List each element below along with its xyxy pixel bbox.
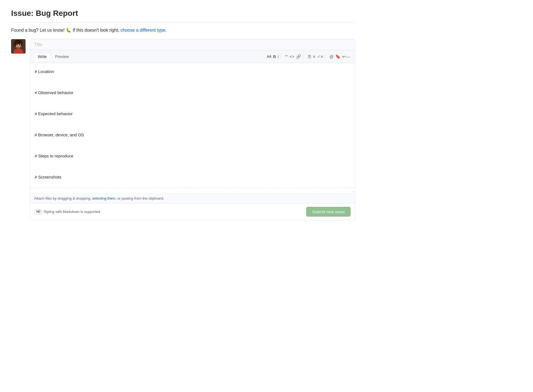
ordered-list-icon[interactable]: ≡ [313,54,315,59]
subtitle-text: Found a bug? Let us know! 🐛 If this does… [11,28,120,32]
toolbar-icons: AA B i ““ <> 🔗 ☰ ≡ ✓≡ @ 🔖 ↩— [265,54,352,59]
unordered-list-icon[interactable]: ☰ [308,54,311,59]
editor-tabs-bar: Write Preview AA B i ““ <> 🔗 ☰ ≡ ✓≡ [30,50,355,63]
content-line-11: # Screenshots [35,173,351,181]
tab-write[interactable]: Write [34,52,51,61]
subtitle: Found a bug? Let us know! 🐛 If this does… [11,27,355,34]
quote-icon[interactable]: ““ [285,54,288,59]
attach-prefix: Attach files by dragging & dropping, [34,196,92,200]
attach-suffix: , or pasting from the clipboard. [115,196,164,200]
toolbar-group-list: ☰ ≡ ✓≡ [306,54,325,59]
task-list-icon[interactable]: ✓≡ [317,54,323,59]
markdown-badge: MD Styling with Markdown is supported [35,209,100,214]
resize-icon: ⌟ [352,189,354,193]
content-line-5: # Expected behavior [35,110,351,118]
content-line-9: # Steps to reproduce [35,152,351,160]
form-container: Write Preview AA B i ““ <> 🔗 ☰ ≡ ✓≡ [30,39,355,220]
content-line-1: # Location [35,67,351,76]
submit-new-issue-button[interactable]: Submit new issue [306,207,351,217]
svg-point-8 [19,44,20,46]
content-line-7: # Browser, device, and OS [35,131,351,139]
toolbar-group-text: AA B i [265,54,281,59]
mention-icon[interactable]: @ [330,54,334,59]
toolbar-group-misc: @ 🔖 ↩— [328,54,352,59]
svg-point-7 [16,44,17,46]
page-title: Issue: Bug Report [11,9,355,18]
italic-icon[interactable]: i [278,54,278,59]
toolbar-group-block: ““ <> 🔗 [283,54,303,59]
markdown-label: Styling with Markdown is supported [44,210,100,214]
form-area: Write Preview AA B i ““ <> 🔗 ☰ ≡ ✓≡ [11,39,355,220]
tab-preview[interactable]: Preview [51,52,73,61]
heading-icon[interactable]: AA [267,55,271,58]
title-input[interactable] [30,39,355,50]
content-line-8 [35,141,351,150]
choose-different-type-link[interactable]: choose a different type. [120,28,167,32]
attach-bar: Attach files by dragging & dropping, sel… [30,193,355,203]
content-line-10 [35,162,351,171]
selecting-them-link[interactable]: selecting them [92,196,115,200]
content-line-4 [35,99,351,107]
svg-point-6 [21,42,22,46]
page-divider [11,22,355,22]
svg-point-5 [14,42,16,47]
reply-icon[interactable]: ↩— [342,54,350,59]
content-line-2 [35,78,351,86]
svg-point-9 [18,46,19,46]
markdown-icon: MD [35,209,42,214]
tabs-left: Write Preview [34,52,73,61]
content-line-6 [35,120,351,129]
bold-icon[interactable]: B [273,54,276,59]
form-footer: MD Styling with Markdown is supported Su… [30,203,355,220]
avatar [11,39,26,54]
resize-handle[interactable]: ⌟ [30,188,355,193]
link-icon[interactable]: 🔗 [296,54,301,59]
code-icon[interactable]: <> [290,54,295,59]
bookmark-icon[interactable]: 🔖 [335,54,341,59]
editor-content-text: # Location # Observed behavior # Expecte… [35,67,351,181]
editor-content[interactable]: # Location # Observed behavior # Expecte… [30,63,355,188]
content-line-3: # Observed behavior [35,89,351,97]
